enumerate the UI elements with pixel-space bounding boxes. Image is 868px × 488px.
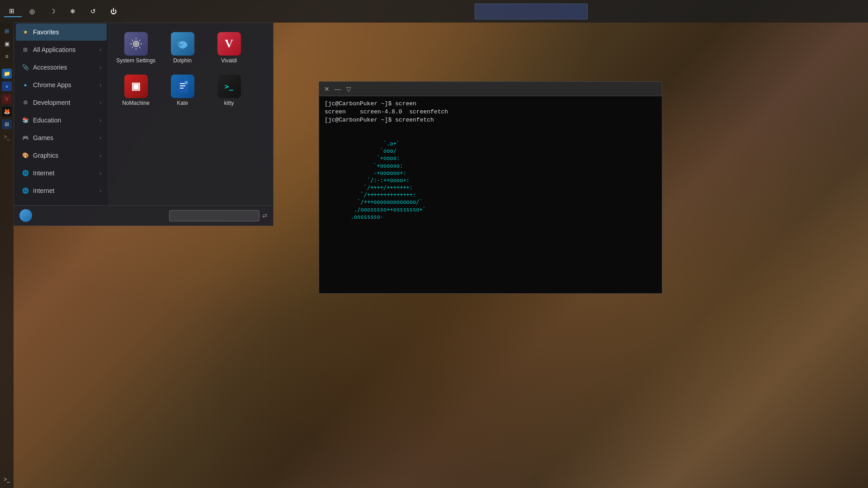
sidebar-item-all-apps[interactable]: ⊞ All Applications › — [16, 41, 107, 58]
accessories-arrow: › — [100, 65, 101, 70]
sidebar-item-chrome-apps[interactable]: ● Chrome Apps › — [16, 76, 107, 94]
app-menu: ★ Favorites ⊞ All Applications › 📎 Acces… — [14, 23, 274, 226]
dock-layout-icon[interactable]: ≡ — [2, 52, 12, 61]
sleep-button[interactable]: ☽ — [44, 6, 63, 17]
sidebar-item-favorites[interactable]: ★ Favorites — [16, 23, 107, 41]
sidebar-label-development: Development — [33, 99, 71, 106]
search-input[interactable] — [169, 210, 259, 221]
svg-point-5 — [180, 42, 181, 43]
applications-menu-button[interactable]: ⊞ — [4, 5, 22, 17]
kitty-icon: >_ — [217, 75, 241, 98]
kitty-label: kitty — [224, 100, 234, 106]
top-panel: ⊞ ◎ ☽ ❄ ↺ ⏻ — [0, 0, 868, 23]
development-icon: ⚙ — [21, 99, 29, 107]
places-button[interactable]: ◎ — [24, 6, 42, 17]
apps-grid-icon: ⊞ — [8, 7, 15, 14]
hibernate-icon: ❄ — [69, 8, 76, 15]
nomachine-icon: ▣ — [124, 75, 148, 98]
sidebar-item-education[interactable]: 📚 Education › — [16, 112, 107, 129]
terminal-body[interactable]: [jc@CarbonPuker ~]$ screen screen screen… — [319, 96, 662, 293]
terminal-line-2: screen screen-4.8.0 screenfetch — [325, 108, 656, 116]
terminal-minimize-button[interactable]: — — [334, 85, 342, 93]
shutdown-icon: ⏻ — [110, 8, 117, 15]
dock-grid-icon[interactable]: ⊞ — [2, 26, 12, 36]
internet-arrow: › — [100, 171, 101, 176]
all-apps-arrow: › — [100, 47, 101, 52]
sidebar-label-internet2: Internet — [33, 187, 54, 194]
svg-point-0 — [134, 42, 138, 46]
search-container: ⇄ — [169, 210, 268, 221]
sidebar-item-multimedia[interactable]: ♪ Multimedia › — [16, 200, 107, 205]
dock-apps2-icon[interactable]: ⊞ — [2, 119, 12, 129]
dolphin-label: Dolphin — [173, 57, 192, 64]
sidebar-item-development[interactable]: ⚙ Development › — [16, 94, 107, 111]
dock-vivaldi-icon[interactable]: V — [2, 94, 12, 104]
hibernate-button[interactable]: ❄ — [65, 6, 83, 17]
system-settings-label: System Settings — [116, 57, 156, 64]
screenfetch-output: `.o+` `ooo/ `+oooo: `+oooooo: -+oooooo+:… — [325, 133, 656, 221]
nomachine-label: NoMachine — [122, 100, 150, 106]
dock-folder-icon[interactable]: 📁 — [2, 69, 12, 79]
menu-content: System Settings Dolphin — [109, 23, 273, 205]
dock-bottom-icon[interactable]: >_ — [2, 474, 12, 484]
vivaldi-label: Vivaldi — [221, 57, 237, 64]
dolphin-icon — [171, 32, 194, 56]
dock-firefox-icon[interactable]: 🦊 — [2, 107, 12, 117]
desktop: ⊞ ◎ ☽ ❄ ↺ ⏻ — [0, 0, 868, 488]
kate-label: Kate — [177, 100, 188, 106]
app-system-settings[interactable]: System Settings — [114, 28, 157, 67]
restart-icon: ↺ — [90, 8, 97, 15]
graphics-icon: 🎨 — [21, 151, 29, 160]
dock-internet-icon[interactable]: ● — [2, 81, 12, 91]
sidebar-label-chrome-apps: Chrome Apps — [33, 81, 71, 89]
svg-point-3 — [177, 42, 183, 46]
search-swap-icon[interactable]: ⇄ — [262, 212, 268, 219]
app-dolphin[interactable]: Dolphin — [161, 28, 204, 67]
chrome-apps-arrow: › — [100, 83, 101, 88]
taskbar-preview — [475, 4, 588, 19]
sidebar-label-accessories: Accessories — [33, 64, 67, 71]
vivaldi-icon: V — [217, 32, 241, 56]
terminal-close-button[interactable]: ✕ — [323, 85, 331, 93]
graphics-arrow: › — [100, 153, 101, 158]
app-kate[interactable]: Kate — [161, 71, 204, 110]
app-kitty[interactable]: >_ kitty — [208, 71, 250, 110]
dock-terminal-icon[interactable]: >_ — [2, 132, 12, 142]
sidebar-item-internet2[interactable]: 🌐 Internet › — [16, 182, 107, 199]
user-avatar — [19, 209, 32, 222]
sidebar-label-all-apps: All Applications — [33, 46, 75, 53]
terminal-line-3: [jc@CarbonPuker ~]$ screenfetch — [325, 116, 656, 124]
sidebar-item-accessories[interactable]: 📎 Accessories › — [16, 59, 107, 76]
app-vivaldi[interactable]: V Vivaldi — [208, 28, 250, 67]
left-dock: ⊞ ▣ ≡ 📁 ● V 🦊 ⊞ >_ >_ — [0, 23, 14, 488]
sidebar-item-internet[interactable]: 🌐 Internet › — [16, 164, 107, 182]
internet2-arrow: › — [100, 188, 101, 193]
sidebar-label-internet: Internet — [33, 169, 54, 177]
menu-sidebar: ★ Favorites ⊞ All Applications › 📎 Acces… — [14, 23, 109, 205]
education-icon: 📚 — [21, 116, 29, 124]
menu-bottom: ⇄ — [14, 205, 273, 225]
sidebar-label-graphics: Graphics — [33, 152, 58, 159]
terminal-maximize-button[interactable]: ▽ — [344, 85, 353, 93]
internet-icon: 🌐 — [21, 169, 29, 177]
games-icon: 🎮 — [21, 134, 29, 142]
sleep-icon: ☽ — [49, 8, 56, 15]
kate-icon — [171, 75, 194, 98]
accessories-icon: 📎 — [21, 63, 29, 71]
games-arrow: › — [100, 136, 101, 141]
svg-point-7 — [184, 81, 188, 84]
sidebar-item-games[interactable]: 🎮 Games › — [16, 129, 107, 146]
favorites-icon: ★ — [21, 28, 29, 36]
restart-button[interactable]: ↺ — [85, 6, 104, 17]
dock-window-icon[interactable]: ▣ — [2, 39, 12, 49]
chrome-apps-icon: ● — [21, 81, 29, 89]
terminal-window: ✕ — ▽ [jc@CarbonPuker ~]$ screen screen … — [319, 81, 662, 294]
education-arrow: › — [100, 118, 101, 123]
sidebar-item-graphics[interactable]: 🎨 Graphics › — [16, 147, 107, 164]
app-nomachine[interactable]: ▣ NoMachine — [114, 71, 157, 110]
development-arrow: › — [100, 100, 101, 105]
shutdown-button[interactable]: ⏻ — [105, 6, 124, 17]
system-settings-icon — [124, 32, 148, 56]
internet2-icon: 🌐 — [21, 187, 29, 195]
sidebar-label-favorites: Favorites — [33, 28, 59, 36]
